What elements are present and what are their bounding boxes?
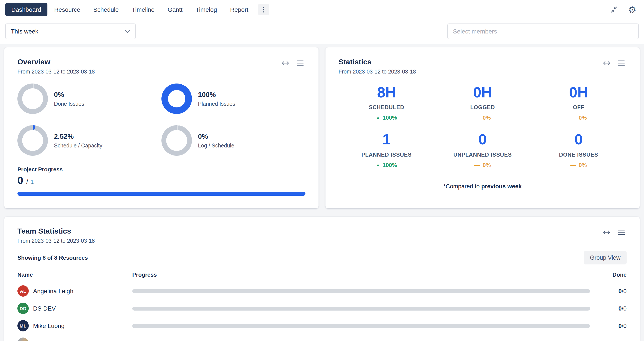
- tab-resource[interactable]: Resource: [48, 3, 86, 16]
- app-window: Dashboard Resource Schedule Timeline Gan…: [0, 0, 644, 341]
- statistics-title: Statistics: [338, 58, 416, 66]
- card-menu-button[interactable]: [616, 227, 626, 238]
- donut-stat-schedule-capacity: 2.52% Schedule / Capacity: [18, 125, 162, 156]
- stat-unplanned-issues: 0 UNPLANNED ISSUES —0%: [434, 132, 530, 168]
- avatar-initials: DD: [20, 306, 26, 311]
- donut-label: Schedule / Capacity: [54, 142, 102, 149]
- stat-label: SCHEDULED: [338, 105, 434, 111]
- card-menu-button[interactable]: [616, 58, 626, 68]
- stat-logged: 0H LOGGED —0%: [434, 84, 530, 121]
- nav-tabs: Dashboard Resource Schedule Timeline Gan…: [5, 3, 269, 16]
- top-nav-actions: ⚙: [608, 3, 639, 16]
- expand-horizontal-icon: [603, 230, 610, 235]
- overview-donut-grid: 0% Done Issues 100% Planned Issues: [18, 83, 306, 156]
- progress-done-count: 0: [18, 174, 23, 187]
- donut-stat-planned-issues: 100% Planned Issues: [162, 83, 306, 114]
- expand-horizontal-icon: [282, 60, 289, 66]
- stat-scheduled: 8H SCHEDULED ▲100%: [338, 84, 434, 121]
- hamburger-menu-icon: [618, 229, 625, 235]
- select-members-input[interactable]: [447, 23, 639, 39]
- period-select-value: This week: [11, 28, 38, 35]
- column-header-progress: Progress: [132, 271, 590, 278]
- dashboard-content: Overview From 2023-03-12 to 2023-03-18: [0, 44, 644, 341]
- hamburger-menu-icon: [297, 60, 304, 66]
- statistics-grid: 8H SCHEDULED ▲100% 0H LOGGED —0% 0H OFF …: [338, 84, 626, 168]
- member-done-count: 0/0: [596, 288, 626, 294]
- donut-chart-schedule-capacity: [18, 125, 48, 156]
- avatar: ML: [18, 320, 29, 332]
- member-progress-bar: [132, 307, 590, 310]
- hamburger-menu-icon: [618, 60, 625, 66]
- stat-value: 0: [531, 132, 626, 148]
- card-menu-button[interactable]: [295, 58, 306, 68]
- team-date-range: From 2023-03-12 to 2023-03-18: [18, 238, 95, 244]
- stat-value: 0: [434, 132, 530, 148]
- stat-delta: —0%: [531, 162, 626, 168]
- tab-timelog[interactable]: Timelog: [190, 3, 223, 16]
- settings-button[interactable]: ⚙: [626, 3, 639, 16]
- overview-date-range: From 2023-03-12 to 2023-03-18: [18, 69, 95, 75]
- donut-stat-done-issues: 0% Done Issues: [18, 83, 162, 114]
- trend-flat-icon: —: [474, 162, 480, 168]
- filter-bar: This week: [0, 19, 644, 44]
- team-table-header: Name Progress Done: [18, 271, 626, 282]
- member-name: Angelina Leigh: [33, 288, 73, 295]
- expand-card-button[interactable]: [280, 58, 291, 68]
- donut-chart-log-schedule: [162, 125, 192, 156]
- expand-card-button[interactable]: [601, 227, 612, 238]
- avatar: DD: [18, 303, 29, 314]
- table-row[interactable]: AL Angelina Leigh 0/0: [18, 282, 626, 300]
- showing-resources-label: Showing 8 of 8 Resources: [18, 255, 88, 261]
- collapse-button[interactable]: [608, 3, 620, 16]
- stat-value: 1: [338, 132, 434, 148]
- column-header-name: Name: [18, 271, 126, 278]
- tab-schedule[interactable]: Schedule: [87, 3, 125, 16]
- overview-title: Overview: [18, 58, 95, 66]
- stat-label: PLANNED ISSUES: [338, 152, 434, 158]
- collapse-icon: [610, 6, 618, 13]
- stat-done-issues: 0 DONE ISSUES —0%: [531, 132, 626, 168]
- stat-label: LOGGED: [434, 105, 530, 111]
- stat-delta: ▲100%: [338, 162, 434, 168]
- trend-up-icon: ▲: [376, 116, 380, 120]
- member-done-count: 0/0: [596, 323, 626, 329]
- stat-delta: —0%: [434, 115, 530, 121]
- trend-flat-icon: —: [570, 115, 576, 121]
- avatar-photo: [18, 338, 29, 341]
- group-view-button[interactable]: Group View: [584, 251, 626, 265]
- project-progress-bar: [18, 192, 306, 196]
- team-statistics-card: Team Statistics From 2023-03-12 to 2023-…: [4, 217, 640, 341]
- stat-delta: —0%: [531, 115, 626, 121]
- tab-report[interactable]: Report: [224, 3, 254, 16]
- stat-value: 8H: [338, 84, 434, 101]
- statistics-date-range: From 2023-03-12 to 2023-03-18: [338, 69, 416, 75]
- stat-value: 0H: [434, 84, 530, 101]
- donut-chart-done-issues: [18, 83, 48, 114]
- overview-card: Overview From 2023-03-12 to 2023-03-18: [4, 47, 318, 208]
- more-tabs-button[interactable]: ⋮: [258, 4, 269, 15]
- donut-label: Planned Issues: [198, 101, 235, 107]
- progress-separator: /: [26, 178, 28, 185]
- tab-timeline[interactable]: Timeline: [126, 3, 161, 16]
- stat-label: OFF: [531, 105, 626, 111]
- donut-chart-planned-issues: [162, 83, 192, 114]
- expand-card-button[interactable]: [601, 58, 612, 68]
- table-row[interactable]: DD DS DEV 0/0: [18, 300, 626, 317]
- period-select[interactable]: This week: [5, 23, 136, 39]
- member-progress-bar: [132, 289, 590, 293]
- progress-total-count: 1: [30, 178, 34, 185]
- donut-stat-log-schedule: 0% Log / Schedule: [162, 125, 306, 156]
- avatar: AL: [18, 285, 29, 297]
- stat-label: UNPLANNED ISSUES: [434, 152, 530, 158]
- stat-label: DONE ISSUES: [531, 152, 626, 158]
- table-row[interactable]: Shin Nagasada 0/0: [18, 335, 626, 341]
- member-name: Shin Nagasada: [33, 340, 75, 341]
- tab-dashboard[interactable]: Dashboard: [5, 3, 47, 16]
- stat-value: 0H: [531, 84, 626, 101]
- tab-gantt[interactable]: Gantt: [162, 3, 189, 16]
- table-row[interactable]: ML Mike Luong 0/0: [18, 317, 626, 335]
- team-statistics-title: Team Statistics: [18, 227, 95, 236]
- project-progress-fill: [18, 192, 306, 196]
- member-done-count: 0/0: [596, 305, 626, 312]
- avatar-initials: ML: [20, 323, 26, 329]
